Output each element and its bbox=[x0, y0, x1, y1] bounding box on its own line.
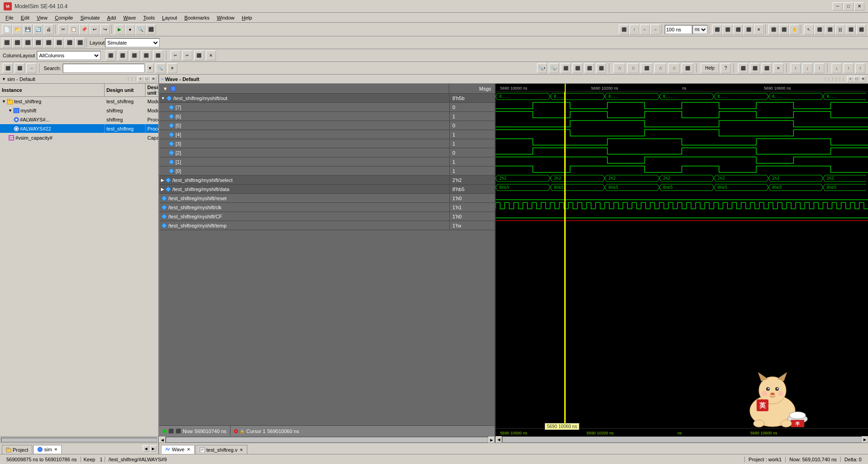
tb-wave1[interactable]: ⬛ bbox=[619, 25, 629, 35]
tree-row-myshift[interactable]: ▼ myshift shiftreg Module bbox=[0, 106, 158, 115]
col-btn9[interactable]: ✕ bbox=[206, 50, 216, 61]
right-tb1[interactable]: ⬛ bbox=[738, 63, 748, 73]
zoom-lock-btn[interactable]: ⬛ bbox=[584, 63, 594, 73]
signal-row-reset[interactable]: /test_shiftreg/myshift/reset 1'h0 bbox=[159, 194, 495, 203]
sim-float-btn[interactable]: □ bbox=[144, 76, 150, 82]
zoom-in-btn[interactable]: 🔍+ bbox=[537, 63, 547, 73]
search-btn3[interactable]: → bbox=[26, 63, 36, 73]
col-btn4[interactable]: ⬛ bbox=[141, 50, 151, 61]
tb-nav6[interactable]: ⬛ bbox=[856, 25, 866, 35]
right-tb2[interactable]: ⬛ bbox=[750, 63, 760, 73]
menu-view[interactable]: View bbox=[33, 14, 51, 21]
help-icon-btn[interactable]: ? bbox=[721, 63, 731, 73]
right-tb3[interactable]: ⬛ bbox=[762, 63, 772, 73]
wave-sig1[interactable]: ⎍ bbox=[613, 63, 625, 73]
wf-scroll-left[interactable]: ◀ bbox=[496, 436, 502, 443]
menu-wave[interactable]: Wave bbox=[120, 14, 140, 21]
tb-sim7[interactable]: ⬛ bbox=[779, 25, 789, 35]
signal-row-6[interactable]: [6] 1 bbox=[159, 112, 495, 121]
tb-refresh[interactable]: 🔄 bbox=[33, 25, 43, 35]
time-input[interactable] bbox=[665, 25, 692, 34]
signal-row-0[interactable]: [0] 1 bbox=[159, 166, 495, 176]
menu-edit[interactable]: Edit bbox=[17, 14, 33, 21]
tb-print[interactable]: 🖨 bbox=[44, 25, 54, 35]
wave-tab-close[interactable]: ✕ bbox=[187, 447, 191, 452]
tb-nav1[interactable]: ↖ bbox=[804, 25, 814, 35]
signal-row-temp[interactable]: /test_shiftreg/myshift/temp 1'hx bbox=[159, 221, 495, 230]
help-btn[interactable]: Help bbox=[701, 63, 719, 73]
signal-row-3[interactable]: [3] 1 bbox=[159, 139, 495, 148]
tree-row-always1[interactable]: #ALWAYS#... shiftreg Process bbox=[0, 115, 158, 124]
signal-row-5[interactable]: [5] 0 bbox=[159, 121, 495, 130]
sim-pin-btn[interactable]: + bbox=[137, 76, 144, 82]
file-tab-close[interactable]: ✕ bbox=[240, 448, 243, 452]
wf-scroll-right[interactable]: ▶ bbox=[862, 436, 868, 443]
tb2-2[interactable]: ⬛ bbox=[12, 38, 22, 48]
sim-hscroll[interactable] bbox=[0, 436, 158, 443]
signal-row-out[interactable]: ▼ /test_shiftreg/myshift/out 8'h5b bbox=[159, 94, 495, 103]
tb-sim4[interactable]: ⬛ bbox=[743, 25, 753, 35]
tb-copy[interactable]: 📋 bbox=[69, 25, 79, 35]
tb-paste[interactable]: 📌 bbox=[79, 25, 89, 35]
col-btn8[interactable]: ⬛ bbox=[194, 50, 204, 61]
col-btn5[interactable]: ⬛ bbox=[153, 50, 163, 61]
tb-save[interactable]: 💾 bbox=[23, 25, 33, 35]
sig-hscroll[interactable]: ◀ ▶ bbox=[159, 436, 495, 443]
zoom-range-btn[interactable]: ⬛ bbox=[572, 63, 582, 73]
search-find[interactable]: 🔍 bbox=[156, 63, 166, 73]
col-btn3[interactable]: ⬛ bbox=[130, 50, 140, 61]
wave-close-header-btn[interactable]: ✕ bbox=[860, 76, 866, 82]
sim-tab-close[interactable]: ✕ bbox=[54, 447, 58, 452]
tree-row-capacity[interactable]: #vsim_capacity# Capacity bbox=[0, 133, 158, 142]
tb-sim6[interactable]: ⬛ bbox=[768, 25, 778, 35]
tb-sim8[interactable]: ✋ bbox=[789, 25, 799, 35]
tb2-8[interactable]: ⬛ bbox=[75, 38, 85, 48]
tab-test-shiftreg-v[interactable]: test_shiftreg.v ✕ bbox=[196, 445, 247, 454]
tb2-3[interactable]: ⬛ bbox=[23, 38, 33, 48]
tb-run-btn3[interactable]: 🔍 bbox=[135, 25, 146, 35]
column-layout-select[interactable]: AllColumns MinColumns bbox=[37, 51, 100, 60]
maximize-button[interactable]: □ bbox=[843, 2, 853, 10]
search-btn1[interactable]: ⬛ bbox=[3, 63, 13, 73]
tb-nav3[interactable]: ⬛ bbox=[825, 25, 835, 35]
tb-sim5[interactable]: ✕ bbox=[754, 25, 764, 35]
nav-dn2[interactable]: ↓ bbox=[832, 63, 842, 73]
tb-wave3[interactable]: ← bbox=[640, 25, 650, 35]
col-btn2[interactable]: ⬛ bbox=[118, 50, 128, 61]
tb-open[interactable]: 📂 bbox=[12, 25, 22, 35]
tb-cut[interactable]: ✂ bbox=[58, 25, 68, 35]
signal-row-data[interactable]: ▶ /test_shiftreg/myshift/data 8'hb5 bbox=[159, 185, 495, 194]
tb-redo[interactable]: ↪ bbox=[100, 25, 110, 35]
wave-sig3[interactable]: ⬛ bbox=[641, 63, 652, 73]
tb-sim1[interactable]: ⬛ bbox=[712, 25, 722, 35]
layout-select[interactable]: Simulate Debug Wave bbox=[105, 38, 160, 47]
signal-row-1[interactable]: [1] 1 bbox=[159, 157, 495, 166]
signal-row-4[interactable]: [4] 1 bbox=[159, 130, 495, 139]
zoom-full-btn[interactable]: ⬛ bbox=[561, 63, 571, 73]
wave-sig4[interactable]: ⎍ bbox=[654, 63, 666, 73]
tb-wave4[interactable]: → bbox=[650, 25, 660, 35]
tab-project[interactable]: Project bbox=[2, 445, 32, 454]
nav-dn1[interactable]: ↓ bbox=[803, 63, 813, 73]
tb-wave2[interactable]: ↑ bbox=[629, 25, 639, 35]
nav-3[interactable]: ↑ bbox=[843, 63, 853, 73]
col-btn1[interactable]: ⬛ bbox=[106, 50, 116, 61]
wave-sig5[interactable]: ⎍ bbox=[668, 63, 680, 73]
tree-row-always22[interactable]: #ALWAYS#22 test_shiftreg Process bbox=[0, 124, 158, 133]
tab-sim[interactable]: sim ✕ bbox=[33, 445, 62, 454]
tb2-1[interactable]: ⬛ bbox=[2, 38, 12, 48]
col-btn7[interactable]: ✂ bbox=[182, 50, 192, 61]
tb-run-btn2[interactable]: ● bbox=[125, 25, 135, 35]
menu-layout[interactable]: Layout bbox=[159, 14, 181, 21]
search-clear[interactable]: ✕ bbox=[167, 63, 177, 73]
signal-row-clk[interactable]: /test_shiftreg/myshift/clk 1'h1 bbox=[159, 203, 495, 212]
tb-nav2[interactable]: ⬛ bbox=[814, 25, 824, 35]
wave-sig2[interactable]: ⎍ bbox=[627, 63, 639, 73]
close-button[interactable]: ✕ bbox=[854, 2, 864, 10]
wave-sig6[interactable]: ⬛ bbox=[682, 63, 693, 73]
wf-hscroll[interactable]: ◀ ▶ bbox=[496, 436, 868, 443]
tb-undo[interactable]: ↩ bbox=[90, 25, 100, 35]
menu-tools[interactable]: Tools bbox=[140, 14, 159, 21]
search-dropdown[interactable]: ▼ bbox=[146, 64, 154, 73]
tb-run-btn4[interactable]: ⬛ bbox=[146, 25, 156, 35]
